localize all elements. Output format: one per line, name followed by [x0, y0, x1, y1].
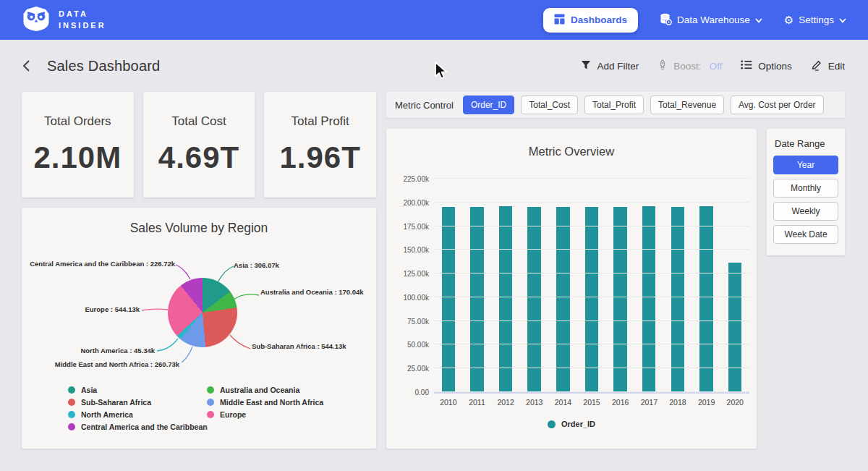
legend-label: Central America and the Caribbean: [81, 423, 208, 431]
brand-line2: INSIDER: [59, 20, 106, 32]
page-header: Sales Dashboard Add Filter Boost: Off: [0, 40, 868, 92]
bar-chart-legend: Order_ID: [386, 420, 757, 428]
y-axis-tick: 175.00k: [403, 222, 429, 230]
kpi-card-total-profit: Total Profit 1.96T: [264, 92, 376, 198]
gridline: [434, 178, 749, 179]
pie-callout-sub-saharan-africa: Sub-Saharan Africa : 544.13k: [252, 342, 346, 350]
gridline: [434, 249, 749, 250]
x-axis-label: 2011: [463, 398, 492, 407]
date-range-week-date[interactable]: Week Date: [773, 225, 838, 244]
legend-item-central-america-and-the-caribbean[interactable]: Central America and the Caribbean: [68, 423, 207, 431]
y-axis-tick: 125.00k: [403, 270, 429, 278]
bar-2016[interactable]: [613, 207, 627, 392]
gridline: [434, 368, 749, 368]
legend-label: Australia and Oceania: [220, 386, 299, 394]
database-icon: [660, 13, 672, 27]
metric-option-order-id[interactable]: Order_ID: [463, 96, 514, 114]
gear-icon: ⚙: [784, 14, 793, 25]
y-axis-tick: 50.00k: [407, 341, 429, 349]
add-filter-button[interactable]: Add Filter: [581, 60, 639, 72]
pie-callout-central-america-and-the-caribbean: Central America and the Caribbean : 226.…: [30, 260, 175, 268]
pie-legend: Asia Australia and Oceania Sub-Saharan A…: [68, 386, 323, 431]
brand-logo[interactable]: DATA INSIDER: [22, 6, 106, 35]
data-warehouse-menu[interactable]: Data Warehouse: [660, 13, 762, 27]
kpi-row: Total Orders 2.10MTotal Cost 4.69TTotal …: [22, 92, 376, 198]
legend-label: Middle East and North Africa: [220, 398, 323, 407]
x-axis-label: 2020: [720, 398, 749, 407]
options-button[interactable]: Options: [741, 60, 792, 72]
metric-option-total-cost[interactable]: Total_Cost: [521, 96, 578, 114]
pie-callout-australia-and-oceania: Australia and Oceania : 170.04k: [260, 288, 364, 296]
settings-label: Settings: [799, 14, 834, 25]
date-range-year[interactable]: Year: [773, 156, 838, 174]
legend-item-sub-saharan-africa[interactable]: Sub-Saharan Africa: [68, 398, 207, 407]
y-axis-tick: 75.00k: [407, 317, 429, 325]
bar-2019[interactable]: [699, 206, 713, 392]
metric-option-total-revenue[interactable]: Total_Revenue: [650, 96, 724, 114]
main-content: Total Orders 2.10MTotal Cost 4.69TTotal …: [0, 92, 868, 449]
kpi-card-total-cost: Total Cost 4.69T: [143, 92, 255, 198]
kpi-card-total-orders: Total Orders 2.10M: [22, 92, 134, 198]
kpi-label: Total Orders: [44, 114, 111, 129]
bar-chart-title: Metric Overview: [386, 145, 757, 158]
bar-2018[interactable]: [671, 207, 685, 392]
kpi-label: Total Profit: [292, 114, 349, 129]
legend-dot: [68, 386, 75, 394]
x-axis-label: 2019: [692, 398, 721, 407]
date-range-label: Date Range: [775, 138, 838, 149]
gridline: [434, 321, 749, 321]
date-range-buttons: YearMonthlyWeeklyWeek Date: [773, 156, 838, 244]
legend-item-middle-east-and-north-africa[interactable]: Middle East and North Africa: [207, 398, 323, 407]
pie-chart-panel: Sales Volume by Region Asia : 306.07kAus…: [22, 208, 376, 449]
date-range-monthly[interactable]: Monthly: [773, 179, 838, 198]
boost-toggle[interactable]: Boost: Off: [658, 59, 722, 72]
bar-2010[interactable]: [442, 207, 456, 392]
chevron-down-icon: [839, 14, 846, 25]
bar-2014[interactable]: [556, 207, 570, 392]
bar-2015[interactable]: [585, 207, 599, 392]
legend-dot: [548, 420, 556, 428]
settings-menu[interactable]: ⚙ Settings: [784, 14, 846, 25]
date-range-weekly[interactable]: Weekly: [773, 202, 838, 221]
metric-control-label: Metric Control: [395, 100, 454, 111]
pie-chart[interactable]: [168, 278, 237, 347]
dashboards-label: Dashboards: [571, 14, 627, 25]
brand-line1: DATA: [59, 9, 106, 20]
back-button[interactable]: [22, 59, 31, 72]
bar-2012[interactable]: [499, 206, 513, 393]
bar-2013[interactable]: [527, 207, 541, 392]
x-axis-label: 2018: [663, 398, 692, 407]
legend-dot: [68, 423, 75, 430]
y-axis-tick: 100.00k: [403, 293, 429, 301]
legend-dot: [207, 386, 214, 394]
x-axis-label: 2015: [577, 398, 606, 407]
kpi-label: Total Cost: [171, 114, 226, 129]
legend-item-europe[interactable]: Europe: [207, 410, 323, 419]
dashboards-button[interactable]: Dashboards: [543, 8, 638, 33]
top-navbar: DATA INSIDER Dashboards: [0, 0, 868, 40]
gridline: [434, 344, 749, 344]
edit-button[interactable]: Edit: [811, 59, 845, 73]
kpi-value: 1.96T: [279, 140, 360, 175]
add-filter-label: Add Filter: [597, 61, 639, 72]
options-label: Options: [758, 61, 792, 72]
date-range-panel: Date Range YearMonthlyWeeklyWeek Date: [767, 129, 845, 255]
legend-dot: [207, 399, 214, 406]
bar-chart-plot[interactable]: 225.00k200.00k175.00k150.00k125.00k100.0…: [434, 179, 749, 394]
metric-control-buttons: Order_IDTotal_CostTotal_ProfitTotal_Reve…: [463, 96, 824, 114]
metric-option-avg-cost-per-order[interactable]: Avg. Cost per Order: [731, 96, 824, 114]
legend-item-north-america[interactable]: North America: [68, 410, 207, 419]
bar-2011[interactable]: [470, 207, 484, 392]
metric-option-total-profit[interactable]: Total_Profit: [584, 96, 644, 114]
x-axis-label: 2010: [434, 398, 463, 407]
bar-2020[interactable]: [728, 263, 742, 392]
legend-item-australia-and-oceania[interactable]: Australia and Oceania: [207, 386, 323, 394]
bar-2017[interactable]: [642, 206, 656, 392]
y-axis-tick: 25.00k: [407, 365, 429, 373]
legend-item-asia[interactable]: Asia: [68, 386, 207, 394]
legend-label: Order_ID: [561, 420, 595, 428]
dashboards-grid-icon: [554, 14, 565, 27]
kpi-value: 2.10M: [33, 140, 122, 175]
x-axis-label: 2016: [606, 398, 635, 407]
chevron-down-icon: [755, 14, 762, 25]
